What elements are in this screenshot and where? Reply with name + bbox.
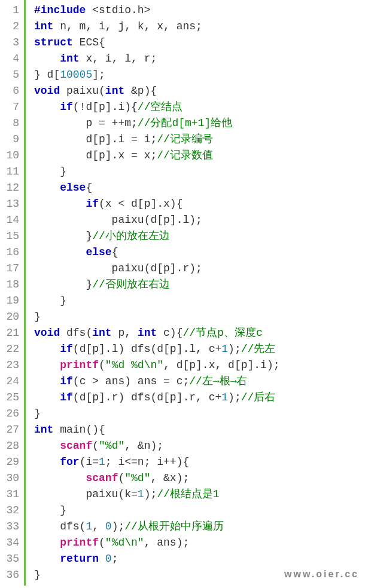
token (34, 375, 60, 387)
line-number: 7 (4, 99, 19, 115)
watermark-text: www.oier.cc (284, 566, 359, 582)
token-str: "%d" (124, 472, 150, 484)
token-kw: for (60, 456, 79, 468)
code-line: } (34, 503, 280, 519)
code-line: struct ECS{ (34, 35, 280, 51)
code-line: else{ (34, 180, 280, 196)
token: } (34, 569, 41, 581)
token-cmt: //记录数值 (157, 149, 213, 161)
token-cmt: //从根开始中序遍历 (124, 520, 224, 532)
token-kw: int (60, 53, 79, 65)
code-line: return 0; (34, 551, 280, 567)
token-fn: printf (60, 537, 99, 549)
line-number: 8 (4, 115, 19, 131)
code-line: void dfs(int p, int c){//节点p、深度c (34, 325, 280, 341)
code-line: paixu(k=1);//根结点是1 (34, 486, 280, 503)
token: paixu(k= (34, 488, 138, 500)
line-number-gutter: 1234567891011121314151617181920212223242… (0, 0, 24, 586)
line-number: 18 (4, 277, 19, 293)
code-block: 1234567891011121314151617181920212223242… (0, 0, 365, 586)
line-number: 2 (4, 19, 19, 35)
token-cmt: //分配d[m+1]给他 (138, 117, 232, 129)
token: main(){ (53, 424, 105, 436)
token-num: 1 (99, 456, 105, 468)
code-line: void paixu(int &p){ (34, 83, 280, 99)
line-number: 23 (4, 357, 19, 373)
token-kw: int (105, 85, 124, 97)
token-kw: else (86, 246, 111, 258)
line-number: 34 (4, 535, 19, 551)
line-number: 19 (4, 293, 19, 309)
token (34, 246, 86, 258)
token: (x < d[p].x){ (99, 198, 182, 210)
token: <stdio.h> (86, 4, 150, 16)
token-str: "%d" (99, 440, 124, 452)
code-line: int n, m, i, j, k, x, ans; (34, 19, 280, 35)
line-number: 14 (4, 212, 19, 228)
line-number: 9 (4, 131, 19, 148)
token: p, (112, 327, 138, 339)
token: x, i, l, r; (80, 53, 157, 65)
code-line: }//否则放在右边 (34, 277, 280, 293)
token-num: 1 (86, 520, 92, 532)
token-fn: scanf (60, 440, 92, 452)
code-line: dfs(1, 0);//从根开始中序遍历 (34, 519, 280, 535)
code-line: if(c > ans) ans = c;//左→根→右 (34, 373, 280, 390)
token: paixu(d[p].l); (34, 214, 202, 226)
token-num: 1 (138, 488, 144, 500)
token: } (34, 278, 92, 290)
line-number: 26 (4, 406, 19, 422)
token-kw: if (86, 198, 99, 210)
line-number: 25 (4, 390, 19, 406)
token-kw: return (60, 553, 99, 565)
token-str: "%d %d\n" (105, 359, 163, 371)
token: ( (99, 537, 105, 549)
token: ); (112, 520, 125, 532)
token-num: 0 (105, 553, 112, 565)
token: } (34, 504, 66, 516)
line-number: 3 (4, 35, 19, 51)
token-kw: int (34, 424, 53, 436)
token: ( (99, 359, 105, 371)
line-number: 28 (4, 438, 19, 454)
line-number: 12 (4, 180, 19, 196)
token: } (34, 408, 41, 419)
line-number: 13 (4, 196, 19, 212)
token: } (34, 166, 66, 177)
line-number: 32 (4, 503, 19, 519)
code-line: paixu(d[p].l); (34, 212, 280, 228)
token: } (34, 295, 66, 307)
token-cmt: //节点p、深度c (182, 327, 262, 339)
token: d[p].x = x; (34, 149, 157, 161)
code-line: scanf("%d", &x); (34, 470, 280, 486)
line-number: 30 (4, 470, 19, 486)
token: c){ (157, 327, 182, 339)
token: ); (228, 391, 241, 403)
code-line: printf("%d %d\n", d[p].x, d[p].i); (34, 357, 280, 373)
token: , &n); (124, 440, 163, 452)
code-content: #include <stdio.h>int n, m, i, j, k, x, … (26, 0, 280, 586)
code-line: } (34, 309, 280, 325)
token: { (112, 246, 118, 258)
line-number: 11 (4, 164, 19, 180)
line-number: 21 (4, 325, 19, 341)
token-kw: int (34, 20, 53, 32)
token: (d[p].r) dfs(d[p].r, c+ (73, 391, 221, 403)
token-cmt: //先左 (241, 343, 276, 355)
line-number: 1 (4, 2, 19, 19)
token: paixu(d[p].r); (34, 262, 202, 274)
token: (c > ans) ans = c; (73, 375, 189, 387)
token-kw: if (60, 391, 73, 403)
token: ( (118, 472, 124, 484)
code-line: } (34, 293, 280, 309)
token-cmt: //空结点 (138, 101, 183, 113)
line-number: 24 (4, 373, 19, 390)
token: ); (144, 488, 157, 500)
token-kw: int (138, 327, 157, 339)
line-number: 6 (4, 83, 19, 99)
line-number: 20 (4, 309, 19, 325)
line-number: 27 (4, 422, 19, 438)
token (34, 553, 60, 565)
code-line: else{ (34, 244, 280, 261)
token: { (86, 182, 92, 194)
